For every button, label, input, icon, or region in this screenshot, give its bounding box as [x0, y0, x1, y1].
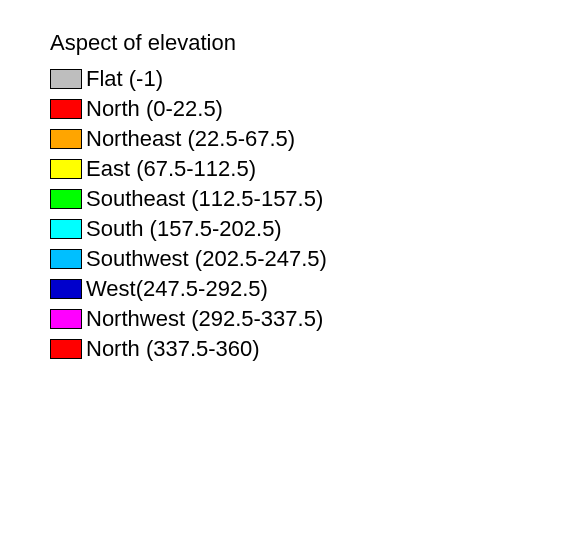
legend-label: Northeast (22.5-67.5)	[86, 128, 295, 150]
legend-item: Southeast (112.5-157.5)	[50, 188, 514, 210]
legend-label: South (157.5-202.5)	[86, 218, 282, 240]
legend-label: West(247.5-292.5)	[86, 278, 268, 300]
legend-item: North (337.5-360)	[50, 338, 514, 360]
legend-item: Southwest (202.5-247.5)	[50, 248, 514, 270]
legend-title: Aspect of elevation	[50, 30, 514, 56]
legend-item: Northwest (292.5-337.5)	[50, 308, 514, 330]
legend-label: Northwest (292.5-337.5)	[86, 308, 323, 330]
legend-item: Northeast (22.5-67.5)	[50, 128, 514, 150]
legend-item: North (0-22.5)	[50, 98, 514, 120]
color-swatch	[50, 99, 82, 119]
color-swatch	[50, 339, 82, 359]
color-swatch	[50, 279, 82, 299]
legend-item: West(247.5-292.5)	[50, 278, 514, 300]
legend-panel: Aspect of elevation Flat (-1) North (0-2…	[50, 30, 514, 360]
legend-item: South (157.5-202.5)	[50, 218, 514, 240]
legend-label: Flat (-1)	[86, 68, 163, 90]
color-swatch	[50, 69, 82, 89]
color-swatch	[50, 129, 82, 149]
legend-label: Southeast (112.5-157.5)	[86, 188, 323, 210]
legend-label: North (337.5-360)	[86, 338, 260, 360]
color-swatch	[50, 249, 82, 269]
color-swatch	[50, 189, 82, 209]
color-swatch	[50, 309, 82, 329]
legend-item: East (67.5-112.5)	[50, 158, 514, 180]
color-swatch	[50, 159, 82, 179]
legend-item: Flat (-1)	[50, 68, 514, 90]
color-swatch	[50, 219, 82, 239]
legend-label: East (67.5-112.5)	[86, 158, 256, 180]
legend-label: North (0-22.5)	[86, 98, 223, 120]
legend-label: Southwest (202.5-247.5)	[86, 248, 327, 270]
